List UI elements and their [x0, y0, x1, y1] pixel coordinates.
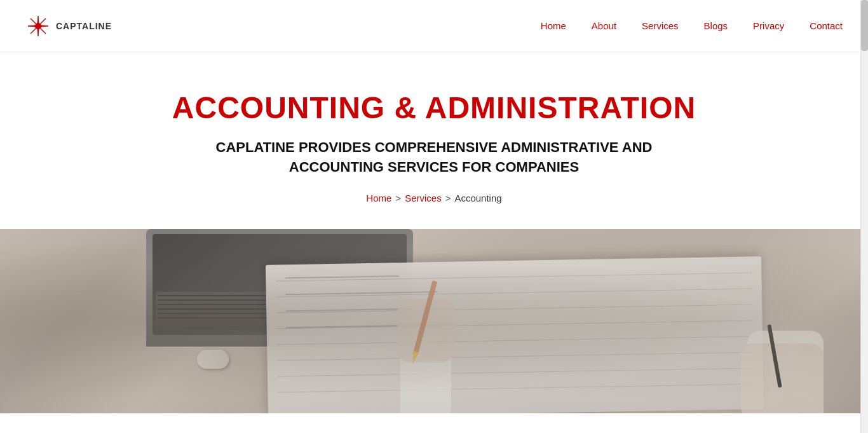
breadcrumb-current: Accounting [454, 193, 501, 203]
hero-title: ACCOUNTING & ADMINISTRATION [13, 90, 855, 125]
nav-about[interactable]: About [592, 20, 616, 31]
nav-blogs[interactable]: Blogs [704, 20, 728, 31]
scrollbar-thumb[interactable] [861, 0, 868, 51]
nav-contact[interactable]: Contact [810, 20, 843, 31]
hero-subtitle: CAPLATINE PROVIDES COMPREHENSIVE ADMINIS… [180, 138, 688, 177]
nav-services[interactable]: Services [642, 20, 679, 31]
svg-marker-7 [37, 27, 39, 36]
nav: Home About Services Blogs Privacy Contac… [541, 20, 843, 31]
breadcrumb-separator-1: > [395, 193, 401, 203]
svg-marker-6 [39, 25, 48, 27]
svg-marker-5 [37, 16, 39, 25]
svg-marker-8 [28, 25, 37, 27]
breadcrumb: Home > Services > Accounting [13, 193, 855, 203]
image-background [0, 229, 868, 413]
breadcrumb-home[interactable]: Home [366, 193, 391, 203]
nav-home[interactable]: Home [541, 20, 566, 31]
header: CAPTALINE Home About Services Blogs Priv… [0, 0, 868, 52]
nav-privacy[interactable]: Privacy [753, 20, 784, 31]
hero-image [0, 229, 868, 413]
scrollbar[interactable] [860, 0, 868, 413]
hero-section: ACCOUNTING & ADMINISTRATION CAPLATINE PR… [0, 52, 868, 229]
logo[interactable]: CAPTALINE [25, 13, 112, 39]
breadcrumb-separator-2: > [445, 193, 451, 203]
logo-icon [25, 13, 51, 39]
image-overlay [0, 229, 868, 413]
breadcrumb-services[interactable]: Services [405, 193, 442, 203]
logo-text: CAPTALINE [56, 21, 112, 31]
svg-point-4 [35, 23, 41, 29]
